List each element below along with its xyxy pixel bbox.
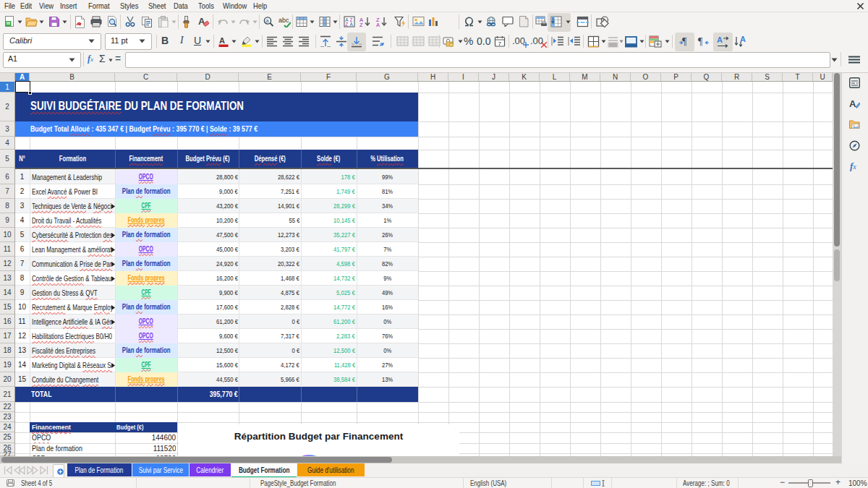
svg-text:a: a	[266, 18, 269, 23]
svg-text:A: A	[219, 36, 225, 45]
svg-text:¶: ¶	[682, 36, 687, 47]
svg-text:Z: Z	[359, 22, 363, 27]
svg-text:A: A	[849, 98, 856, 109]
svg-text:¶: ¶	[698, 36, 703, 47]
svg-text:7: 7	[498, 40, 502, 47]
svg-text:A: A	[350, 22, 354, 27]
svg-text:abc: abc	[278, 17, 289, 24]
svg-text:A: A	[717, 35, 723, 44]
svg-text:A: A	[376, 22, 380, 27]
svg-text:Z: Z	[345, 22, 348, 27]
